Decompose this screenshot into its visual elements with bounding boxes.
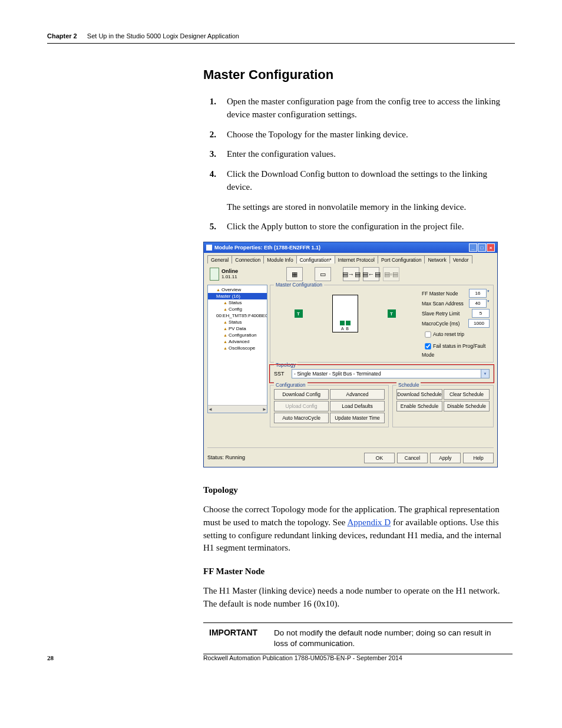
max-scan-input[interactable]: 40	[469, 299, 487, 308]
minimize-icon[interactable]: _	[469, 243, 477, 252]
slave-retry-input[interactable]: 5	[472, 309, 490, 318]
page-number: 28	[47, 654, 203, 661]
tree-scrollbar[interactable]: ◄►	[208, 405, 267, 413]
topology-select[interactable]: - Single Master - Split Bus - Terminated…	[292, 369, 490, 378]
chapter-label: Chapter 2	[47, 32, 77, 39]
fail-status-checkbox[interactable]: Fail status in Prog/Fault Mode	[422, 341, 490, 358]
page-footer: 28 Rockwell Automation Publication 1788-…	[47, 654, 515, 661]
tree-item[interactable]: ▲Oscilloscope	[208, 345, 267, 351]
important-text: Do not modify the default node number; d…	[274, 628, 507, 649]
tab-configuration[interactable]: Configuration*	[296, 255, 335, 263]
online-status: Online 1.01.11	[210, 268, 238, 281]
dialog-titlebar[interactable]: Module Properties: Eth (1788-EN2FFR 1.1)…	[204, 242, 497, 253]
step-item: 2.Choose the Topology for the master lin…	[203, 129, 513, 141]
schedule-group: Schedule Download ScheduleClear Schedule…	[392, 385, 494, 427]
maximize-icon[interactable]: □	[478, 243, 486, 252]
tree-item[interactable]: ▲PV Data	[208, 325, 267, 332]
tree-item[interactable]: ▲Configuration	[208, 332, 267, 338]
tree-item[interactable]: ▲Status	[208, 319, 267, 325]
publication-info: Rockwell Automation Publication 1788-UM0…	[203, 654, 402, 661]
toolbar-grid-icon[interactable]: ▦	[286, 267, 303, 281]
chevron-down-icon: ▼	[481, 370, 489, 378]
tree-item[interactable]: 00:EH_TMT85:F400BE04	[208, 312, 267, 319]
disable-schedule-button[interactable]: Disable Schedule	[444, 401, 490, 411]
close-icon[interactable]: ×	[487, 243, 495, 252]
device-icon: A B	[332, 295, 358, 332]
ok-button[interactable]: OK	[364, 453, 395, 463]
ffmaster-subtitle: FF Master Node	[203, 566, 513, 577]
tree-item[interactable]: ▲Config	[208, 306, 267, 312]
window-icon	[206, 245, 212, 251]
appendix-link[interactable]: Appendix D	[347, 518, 391, 527]
enable-schedule-button[interactable]: Enable Schedule	[396, 401, 442, 411]
tree-item[interactable]: ▲Advanced	[208, 338, 267, 345]
terminator-icon: T	[388, 309, 396, 318]
important-callout: IMPORTANT Do not modify the default node…	[203, 622, 513, 654]
toolbar-import-icon[interactable]: ▤←▤	[363, 267, 379, 281]
tab-network[interactable]: Network	[424, 255, 449, 263]
topology-paragraph: Choose the correct Topology mode for the…	[203, 503, 513, 555]
download-config-button[interactable]: Download Config	[274, 389, 329, 400]
topology-group: Topology SST - Single Master - Split Bus…	[270, 365, 494, 383]
ff-master-node-input[interactable]: 16	[469, 289, 487, 298]
step-item: 1.Open the master configuration page fro…	[203, 95, 513, 121]
topology-diagram: T A B T	[274, 290, 416, 337]
terminator-icon: T	[295, 309, 303, 318]
help-button[interactable]: Help	[463, 453, 494, 463]
section-title: Master Configuration	[203, 67, 513, 83]
download-schedule-button[interactable]: Download Schedule	[396, 389, 442, 400]
status-label: Status: Running	[207, 454, 245, 460]
advanced-button[interactable]: Advanced	[330, 389, 385, 400]
ffmaster-paragraph: The H1 Master (linking device) needs a n…	[203, 585, 513, 611]
tab-connection[interactable]: Connection	[232, 255, 264, 263]
update-master-time-button[interactable]: Update Master Time	[330, 413, 385, 423]
clear-schedule-button[interactable]: Clear Schedule	[444, 389, 490, 400]
step-item: 4.Click the Download Config button to do…	[203, 168, 513, 213]
tab-port-configuration[interactable]: Port Configuration	[378, 255, 425, 263]
configuration-group: Configuration Download ConfigAdvanced Up…	[270, 385, 389, 427]
screenshot: Module Properties: Eth (1788-EN2FFR 1.1)…	[203, 242, 513, 467]
tab-general[interactable]: General	[207, 255, 232, 263]
upload-config-button[interactable]: Upload Config	[274, 401, 329, 411]
config-tree[interactable]: ▲Overview Master (16) ▲Status ▲Config 00…	[207, 285, 267, 413]
apply-button[interactable]: Apply	[430, 453, 461, 463]
auto-macrocycle-button[interactable]: Auto MacroCycle	[274, 413, 329, 423]
tab-vendor[interactable]: Vendor	[449, 255, 472, 263]
cancel-button[interactable]: Cancel	[397, 453, 428, 463]
tab-internet-protocol[interactable]: Internet Protocol	[335, 255, 378, 263]
tab-strip: General Connection Module Info Configura…	[207, 255, 494, 263]
tree-item[interactable]: ▲Status	[208, 299, 267, 306]
load-defaults-button[interactable]: Load Defaults	[330, 401, 385, 411]
online-icon	[210, 268, 219, 281]
running-header: Chapter 2 Set Up in the Studio 5000 Logi…	[47, 32, 515, 44]
dialog-window: Module Properties: Eth (1788-EN2FFR 1.1)…	[203, 242, 498, 467]
toolbar-window-icon[interactable]: ▭	[315, 267, 331, 281]
toolbar-doc-icon: ▤▫▤	[383, 267, 399, 281]
step-item: 3.Enter the configuration values.	[203, 148, 513, 161]
master-config-group: Master Configuration T A B	[270, 285, 494, 363]
tab-module-info[interactable]: Module Info	[263, 255, 296, 263]
topology-subtitle: Topology	[203, 485, 513, 495]
dialog-title: Module Properties: Eth (1788-EN2FFR 1.1)	[214, 245, 469, 251]
toolbar-export-icon[interactable]: ▤→▤	[343, 267, 359, 281]
macrocycle-input[interactable]: 1000	[468, 319, 490, 328]
tree-item[interactable]: ▲Overview	[208, 286, 267, 293]
steps-list: 1.Open the master configuration page fro…	[203, 95, 513, 233]
chapter-title: Set Up in the Studio 5000 Logix Designer…	[87, 32, 239, 39]
auto-reset-checkbox[interactable]: Auto reset trip	[422, 329, 490, 340]
step-item: 5.Click the Apply button to store the co…	[203, 220, 513, 233]
important-label: IMPORTANT	[209, 628, 274, 649]
tree-item-master[interactable]: Master (16)	[208, 293, 267, 299]
